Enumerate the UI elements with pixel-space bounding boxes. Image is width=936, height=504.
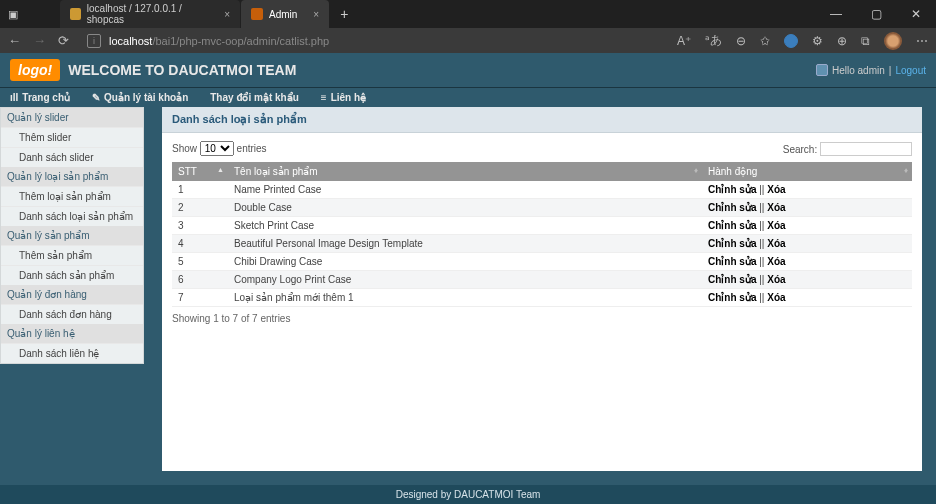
sep: ||	[756, 184, 767, 195]
refresh-button[interactable]: ⟳	[58, 33, 69, 48]
col-name[interactable]: Tên loại sản phẩm	[228, 162, 702, 181]
logout-link[interactable]: Logout	[895, 65, 926, 76]
topnav-item-3[interactable]: ≡Liên hệ	[321, 92, 366, 103]
search-input[interactable]	[820, 142, 912, 156]
cell-stt: 1	[172, 181, 228, 199]
site-info-icon[interactable]: i	[87, 34, 101, 48]
table-row: 5Chibi Drawing CaseChỉnh sửa || Xóa	[172, 253, 912, 271]
delete-link[interactable]: Xóa	[767, 292, 785, 303]
edit-link[interactable]: Chỉnh sửa	[708, 274, 756, 285]
col-stt[interactable]: STT	[172, 162, 228, 181]
downloads-icon[interactable]: ⧉	[861, 34, 870, 48]
cell-action: Chỉnh sửa || Xóa	[702, 199, 912, 217]
forward-button[interactable]: →	[33, 33, 46, 48]
delete-link[interactable]: Xóa	[767, 274, 785, 285]
cell-action: Chỉnh sửa || Xóa	[702, 253, 912, 271]
cell-name: Double Case	[228, 199, 702, 217]
delete-link[interactable]: Xóa	[767, 256, 785, 267]
tabs-overview-icon[interactable]: ▣	[8, 9, 18, 19]
browser-tab-0[interactable]: localhost / 127.0.0.1 / shopcas ×	[60, 0, 240, 28]
sep: |	[889, 65, 892, 76]
sidebar-item-1-1[interactable]: Danh sách loại sản phẩm	[1, 206, 143, 226]
edit-link[interactable]: Chỉnh sửa	[708, 238, 756, 249]
sep: ||	[756, 274, 767, 285]
minimize-button[interactable]: —	[816, 0, 856, 28]
sidebar-head-2: Quản lý sản phẩm	[1, 226, 143, 245]
translate-icon[interactable]: ᵃあ	[705, 32, 722, 49]
cell-action: Chỉnh sửa || Xóa	[702, 289, 912, 307]
page-title: WELCOME TO DAUCATMOI TEAM	[68, 62, 296, 78]
browser-tabs: localhost / 127.0.0.1 / shopcas × Admin …	[60, 0, 358, 28]
collections-icon[interactable]: ⊕	[837, 34, 847, 48]
nav-label: Liên hệ	[331, 92, 366, 103]
delete-link[interactable]: Xóa	[767, 220, 785, 231]
table-row: 1Name Printed CaseChỉnh sửa || Xóa	[172, 181, 912, 199]
zoom-icon[interactable]: ⊖	[736, 34, 746, 48]
close-icon[interactable]: ×	[313, 9, 319, 20]
col-action[interactable]: Hành động	[702, 162, 912, 181]
sidebar: Quản lý sliderThêm sliderDanh sách slide…	[0, 107, 144, 364]
sidebar-item-1-0[interactable]: Thêm loại sản phẩm	[1, 186, 143, 206]
address-bar[interactable]: i localhost/bai1/php-mvc-oop/admin/catli…	[81, 32, 665, 50]
xampp-favicon-icon	[251, 8, 263, 20]
page-size-select[interactable]: 10	[200, 141, 234, 156]
sidebar-item-0-1[interactable]: Danh sách slider	[1, 147, 143, 167]
sidebar-item-3-0[interactable]: Danh sách đơn hàng	[1, 304, 143, 324]
read-aloud-icon[interactable]: A⁺	[677, 34, 691, 48]
close-icon[interactable]: ×	[224, 9, 230, 20]
delete-link[interactable]: Xóa	[767, 184, 785, 195]
extension-icon[interactable]	[784, 34, 798, 48]
cell-action: Chỉnh sửa || Xóa	[702, 235, 912, 253]
nav-label: Thay đổi mật khẩu	[210, 92, 299, 103]
url-path: /bai1/php-mvc-oop/admin/catlist.php	[152, 35, 329, 47]
cell-action: Chỉnh sửa || Xóa	[702, 181, 912, 199]
cell-name: Sketch Print Case	[228, 217, 702, 235]
hello-text: Hello admin	[832, 65, 885, 76]
cell-name: Name Printed Case	[228, 181, 702, 199]
cell-name: Company Logo Print Case	[228, 271, 702, 289]
sidebar-head-3: Quản lý đơn hàng	[1, 285, 143, 304]
data-table: STT Tên loại sản phẩm Hành động 1Name Pr…	[172, 162, 912, 307]
sep: ||	[756, 292, 767, 303]
table-row: 2Double CaseChỉnh sửa || Xóa	[172, 199, 912, 217]
sep: ||	[756, 238, 767, 249]
new-tab-button[interactable]: +	[330, 0, 358, 28]
cell-action: Chỉnh sửa || Xóa	[702, 271, 912, 289]
nav-icon: ✎	[92, 92, 100, 103]
sidebar-item-4-0[interactable]: Danh sách liên hệ	[1, 343, 143, 363]
panel-title: Danh sách loại sản phẩm	[162, 107, 922, 133]
delete-link[interactable]: Xóa	[767, 238, 785, 249]
sidebar-item-0-0[interactable]: Thêm slider	[1, 127, 143, 147]
delete-link[interactable]: Xóa	[767, 202, 785, 213]
topnav-item-0[interactable]: ıIITrang chủ	[10, 92, 70, 103]
maximize-button[interactable]: ▢	[856, 0, 896, 28]
favorites-icon[interactable]: ✩	[760, 34, 770, 48]
sep: ||	[756, 220, 767, 231]
sidebar-head-0: Quản lý slider	[1, 108, 143, 127]
sidebar-item-2-1[interactable]: Danh sách sản phẩm	[1, 265, 143, 285]
cell-name: Chibi Drawing Case	[228, 253, 702, 271]
show-label: Show	[172, 143, 197, 154]
tab-label: Admin	[269, 9, 297, 20]
topnav-item-1[interactable]: ✎Quản lý tài khoản	[92, 92, 188, 103]
back-button[interactable]: ←	[8, 33, 21, 48]
table-row: 7Loại sản phẩm mới thêm 1Chỉnh sửa || Xó…	[172, 289, 912, 307]
url-host: localhost	[109, 35, 152, 47]
top-nav: ıIITrang chủ✎Quản lý tài khoảnThay đổi m…	[0, 88, 936, 107]
user-icon	[816, 64, 828, 76]
cell-action: Chỉnh sửa || Xóa	[702, 217, 912, 235]
cell-stt: 3	[172, 217, 228, 235]
edit-link[interactable]: Chỉnh sửa	[708, 220, 756, 231]
settings-icon[interactable]: ⚙	[812, 34, 823, 48]
profile-avatar-icon[interactable]	[884, 32, 902, 50]
edit-link[interactable]: Chỉnh sửa	[708, 256, 756, 267]
sidebar-item-2-0[interactable]: Thêm sản phẩm	[1, 245, 143, 265]
more-icon[interactable]: ⋯	[916, 34, 928, 48]
edit-link[interactable]: Chỉnh sửa	[708, 202, 756, 213]
edit-link[interactable]: Chỉnh sửa	[708, 292, 756, 303]
close-button[interactable]: ✕	[896, 0, 936, 28]
browser-tab-1[interactable]: Admin ×	[241, 0, 329, 28]
main-panel: Danh sách loại sản phẩm Show 10 entries …	[162, 107, 922, 471]
edit-link[interactable]: Chỉnh sửa	[708, 184, 756, 195]
topnav-item-2[interactable]: Thay đổi mật khẩu	[210, 92, 299, 103]
